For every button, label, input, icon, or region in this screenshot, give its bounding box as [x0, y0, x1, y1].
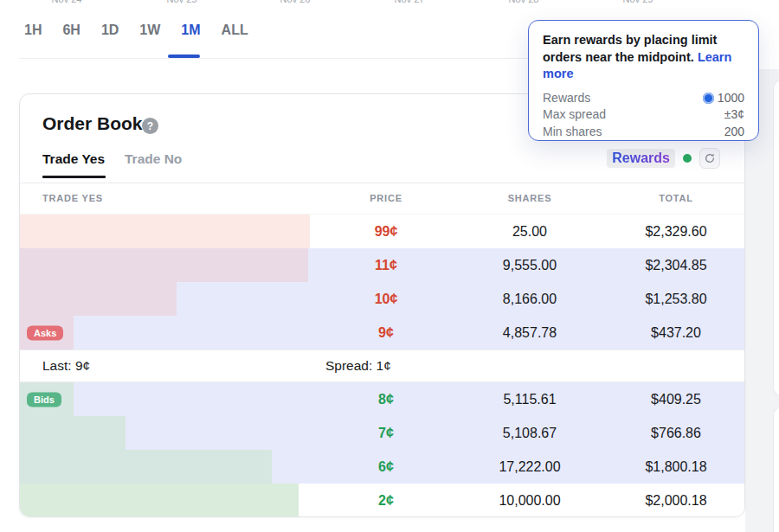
tooltip-row-label: Min shares [543, 124, 602, 141]
tooltip-row-value: 200 [724, 124, 744, 141]
bid-total: $766.86 [608, 416, 744, 450]
table-header: Trade YesPriceSharesTotal [20, 183, 744, 215]
bid-total: $1,800.18 [608, 450, 744, 484]
bid-shares: 5,108.67 [453, 416, 607, 450]
chart-date-label: Nov 26 [280, 0, 311, 4]
bid-shares: 17,222.00 [453, 450, 607, 484]
side-panel-edge [773, 407, 779, 532]
spread-label: Spread: 1¢ [325, 358, 391, 374]
page: Nov 24Nov 25Nov 26Nov 27Nov 28Nov 29 1H6… [0, 0, 779, 532]
ask-price: 99¢ [323, 215, 449, 248]
column-header-trade-yes: Trade Yes [42, 193, 103, 203]
refresh-button[interactable] [699, 148, 720, 169]
tooltip-message: Earn rewards by placing limit orders nea… [543, 32, 744, 83]
bid-depth-bar [20, 484, 299, 517]
ask-price: 11¢ [323, 248, 449, 282]
range-tab-1d[interactable]: 1D [101, 22, 119, 38]
status-dot-icon [683, 154, 692, 163]
chart-date-label: Nov 27 [395, 0, 425, 4]
range-tab-1w[interactable]: 1W [139, 22, 160, 38]
active-range-underline [168, 54, 200, 58]
order-book-rows: 99¢25.00$2,329.6011¢9,555.00$2,304.8510¢… [20, 215, 744, 517]
chart-date-label: Nov 25 [167, 0, 197, 4]
asks-badge: Asks [27, 325, 63, 340]
ask-depth-bar [20, 215, 310, 248]
column-header-shares: Shares [453, 193, 607, 203]
tooltip-row: Rewards1000 [543, 90, 744, 107]
bid-price: 2¢ [323, 484, 449, 517]
ask-shares: 8,166.00 [453, 282, 607, 316]
rewards-chip[interactable]: Rewards [607, 149, 675, 168]
tooltip-message-text: Earn rewards by placing limit orders nea… [543, 33, 717, 64]
help-icon[interactable]: ? [142, 118, 158, 134]
ask-total: $2,304.85 [608, 248, 744, 282]
order-book-card: Order Book ? Trade Yes Trade No Rewards … [19, 93, 745, 517]
ask-shares: 9,555.00 [453, 248, 607, 282]
ask-depth-bar [20, 282, 177, 316]
ask-total: $1,253.80 [608, 282, 744, 316]
bid-price: 6¢ [323, 450, 449, 484]
tooltip-row: Min shares200 [543, 124, 744, 141]
last-spread-row: Last: 9¢Spread: 1¢ [20, 349, 744, 382]
bid-row[interactable]: Bids8¢5,115.61$409.25 [20, 382, 744, 416]
range-tab-1m[interactable]: 1M [181, 22, 200, 38]
side-panel-edge [773, 80, 779, 396]
bid-price: 8¢ [323, 382, 449, 416]
tooltip-row-value-text: ±3¢ [724, 106, 744, 124]
tooltip-row-label: Rewards [543, 90, 590, 107]
bid-depth-bar [20, 450, 272, 484]
tooltip-row: Max spread±3¢ [543, 106, 744, 124]
tooltip-row-value: 1000 [703, 90, 744, 107]
ask-shares: 25.00 [453, 215, 607, 248]
rewards-group: Rewards [607, 148, 720, 169]
ask-row[interactable]: 10¢8,166.00$1,253.80 [20, 282, 744, 316]
ask-price: 9¢ [323, 316, 449, 349]
tooltip-row-value: ±3¢ [724, 106, 744, 124]
bid-total: $409.25 [608, 382, 744, 416]
coin-icon [703, 93, 714, 104]
tooltip-row-value-text: 200 [724, 124, 744, 141]
ask-row[interactable]: 11¢9,555.00$2,304.85 [20, 248, 744, 282]
last-price-label: Last: 9¢ [42, 358, 90, 374]
ask-total: $437.20 [608, 316, 744, 349]
range-tab-6h[interactable]: 6H [62, 22, 80, 38]
ask-shares: 4,857.78 [453, 316, 607, 349]
bid-shares: 10,000.00 [453, 484, 607, 517]
bids-badge: Bids [27, 392, 61, 407]
column-header-total: Total [608, 193, 744, 203]
ask-depth-bar [20, 248, 308, 282]
tooltip-row-value-text: 1000 [718, 90, 744, 107]
order-book-title: Order Book [42, 113, 143, 134]
bid-depth-bar [20, 416, 126, 450]
bid-row[interactable]: 6¢17,222.00$1,800.18 [20, 450, 744, 484]
bid-row[interactable]: 2¢10,000.00$2,000.18 [20, 484, 744, 517]
bid-shares: 5,115.61 [453, 382, 607, 416]
rewards-chip-label: Rewards [612, 151, 670, 165]
chart-date-label: Nov 28 [509, 0, 539, 4]
ask-price: 10¢ [323, 282, 449, 316]
chart-date-label: Nov 24 [52, 0, 82, 4]
tooltip-row-label: Max spread [543, 106, 606, 124]
tab-trade-no[interactable]: Trade No [125, 151, 182, 167]
refresh-icon [704, 152, 716, 164]
column-header-price: Price [323, 193, 449, 203]
ask-total: $2,329.60 [608, 215, 744, 248]
time-range-tabs: 1H6H1D1W1MALL [24, 22, 248, 38]
ask-row[interactable]: 99¢25.00$2,329.60 [20, 215, 744, 248]
rewards-tooltip: Earn rewards by placing limit orders nea… [528, 20, 759, 141]
range-tab-1h[interactable]: 1H [24, 22, 42, 38]
tab-trade-yes[interactable]: Trade Yes [42, 151, 105, 167]
bid-price: 7¢ [323, 416, 449, 450]
bid-row[interactable]: 7¢5,108.67$766.86 [20, 416, 744, 450]
tooltip-info-rows: Rewards1000Max spread±3¢Min shares200 [543, 90, 744, 141]
range-tab-all[interactable]: ALL [222, 22, 248, 38]
active-tab-underline [42, 176, 106, 178]
bid-total: $2,000.18 [608, 484, 744, 517]
chart-date-label: Nov 29 [623, 0, 653, 4]
ask-row[interactable]: Asks9¢4,857.78$437.20 [20, 316, 744, 349]
